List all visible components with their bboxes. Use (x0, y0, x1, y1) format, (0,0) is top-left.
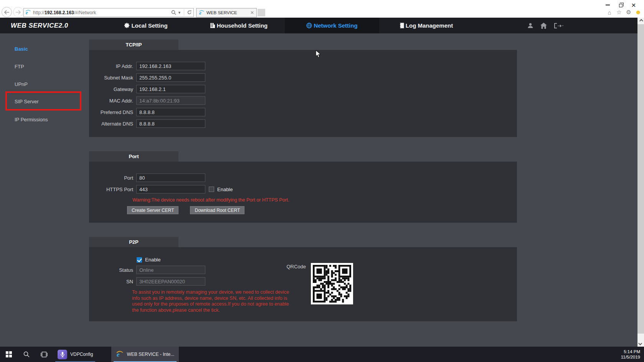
screen: e http://192.168.2.163/#/Network ▼ e WEB… (0, 0, 644, 362)
p2p-enable-checkbox[interactable] (137, 257, 142, 263)
start-button[interactable] (0, 347, 18, 362)
tab-household-setting[interactable]: Household Setting (200, 18, 277, 33)
app-logo: WEB SERVICE2.0 (11, 18, 68, 33)
port-warning-text: Warning:The device needs reboot after mo… (132, 197, 517, 203)
tab-network-setting[interactable]: Network Setting (285, 18, 379, 33)
port-section: Port Port HTTPS Port Enable Warning:The … (89, 151, 517, 223)
url-text: http://192.168.2.163/#/Network (33, 10, 96, 15)
sidebar-item-ip-permissions[interactable]: IP Permissions (15, 116, 48, 123)
window-restore-button[interactable] (614, 1, 627, 9)
search-dropdown-caret[interactable]: ▼ (178, 11, 181, 15)
scroll-up-icon[interactable] (637, 18, 644, 24)
nav-label: Household Setting (217, 22, 268, 29)
field-label: Gateway (89, 86, 133, 92)
window-controls: ✕ (601, 1, 640, 9)
browser-back-button[interactable] (2, 7, 12, 17)
globe-icon (306, 23, 312, 28)
browser-toolbar-icons: ⌂ ☆ ⚙ ☻ (606, 9, 642, 16)
p2p-sn-input (136, 277, 205, 286)
back-arrow-icon (4, 10, 10, 15)
restore-icon (619, 4, 623, 7)
port-section-title: Port (89, 151, 178, 162)
nav-label: Local Setting (131, 22, 167, 29)
form-row: IP Addr. (89, 62, 517, 70)
windows-logo-icon (6, 351, 12, 357)
header-right-icons (527, 18, 563, 33)
tab-log-management[interactable]: Log Management (388, 18, 464, 33)
taskbar-app-webservice[interactable]: e WEB SERVICE - Inte... (111, 347, 179, 362)
taskbar-app-label: VDPConfig (70, 352, 93, 357)
browser-chrome: e http://192.168.2.163/#/Network ▼ e WEB… (0, 0, 644, 18)
p2p-section: P2P Enable Status SN To assist you (89, 237, 517, 321)
scroll-down-icon[interactable] (637, 340, 644, 347)
search-icon (23, 351, 30, 357)
browser-tab[interactable]: e WEB SERVICE ✕ (196, 8, 257, 17)
browser-scrollbar[interactable] (637, 18, 644, 347)
divider (184, 9, 184, 16)
field-label: HTTPS Port (89, 187, 133, 192)
tcpip-section-title: TCP/IP (89, 40, 178, 50)
gear-icon (124, 23, 130, 28)
ie-page-icon: e (25, 10, 31, 15)
browser-forward-button[interactable] (13, 7, 23, 17)
taskbar-app-vdpconfig[interactable]: VDPConfig (53, 347, 97, 362)
refresh-icon[interactable] (187, 10, 192, 15)
https-enable-checkbox[interactable] (209, 187, 214, 192)
download-root-cert-button[interactable]: Download Root CERT (190, 206, 244, 214)
qr-code (311, 263, 353, 304)
field-label: Preferred DNS (89, 109, 133, 115)
port-input[interactable] (136, 174, 205, 182)
gateway-input[interactable] (136, 85, 205, 93)
close-icon: ✕ (631, 2, 636, 8)
tcpip-section: TCP/IP IP Addr. Subnet Mask Gateway MAC … (89, 40, 517, 137)
logout-icon[interactable] (553, 22, 563, 29)
task-view-icon (41, 352, 48, 357)
tab-local-setting[interactable]: Local Setting (107, 18, 184, 33)
tab-title: WEB SERVICE (206, 10, 237, 15)
vdpconfig-icon (58, 350, 67, 359)
mac-addr-input (136, 96, 205, 105)
sidebar-item-ftp[interactable]: FTP (15, 63, 24, 70)
window-close-button[interactable]: ✕ (627, 1, 640, 9)
create-server-cert-button[interactable]: Create Server CERT (127, 206, 178, 214)
user-icon[interactable] (527, 22, 534, 29)
field-label: Alternate DNS (89, 121, 133, 127)
address-bar[interactable]: e http://192.168.2.163/#/Network ▼ (23, 8, 194, 17)
https-port-input[interactable] (136, 185, 205, 193)
https-enable-label: Enable (217, 187, 233, 192)
form-row: Preferred DNS (89, 108, 517, 116)
ip-addr-input[interactable] (136, 62, 205, 70)
form-row: HTTPS Port Enable (89, 185, 517, 193)
internet-explorer-icon: e (116, 350, 124, 358)
sidebar-item-upnp[interactable]: UPnP (15, 80, 28, 88)
field-label: Subnet Mask (89, 75, 133, 81)
tab-close-icon[interactable]: ✕ (250, 10, 254, 15)
p2p-enable-label: Enable (145, 257, 160, 263)
field-label: Status (89, 267, 133, 273)
settings-gear-icon[interactable]: ⚙ (625, 9, 632, 16)
log-icon (399, 23, 404, 28)
forward-arrow-icon (15, 10, 21, 15)
home-icon[interactable]: ⌂ (606, 9, 613, 16)
sidebar-item-basic[interactable]: Basic (15, 45, 28, 53)
network-setting-page: Basic FTP UPnP SIP Server IP Permissions… (0, 33, 637, 347)
alternate-dns-input[interactable] (136, 119, 205, 128)
taskbar-clock[interactable]: 5:14 PM 11/5/2019 (621, 347, 644, 362)
taskbar-search-button[interactable] (18, 347, 35, 362)
window-minimize-button[interactable] (601, 1, 614, 9)
scrollbar-thumb[interactable] (637, 24, 644, 334)
form-row: Port (89, 174, 517, 182)
form-row: MAC Addr. (89, 96, 517, 105)
field-label: Port (89, 175, 133, 181)
home-icon[interactable] (540, 22, 547, 29)
task-view-button[interactable] (35, 347, 53, 362)
new-tab-button[interactable] (258, 9, 265, 17)
subnet-mask-input[interactable] (136, 73, 205, 82)
field-label: IP Addr. (89, 63, 133, 69)
annotation-red-box (5, 91, 81, 111)
preferred-dns-input[interactable] (136, 108, 205, 116)
search-icon[interactable] (171, 10, 176, 15)
taskbar-app-label: WEB SERVICE - Inte... (127, 352, 174, 357)
favorites-star-icon[interactable]: ☆ (616, 9, 623, 16)
feedback-smiley-icon[interactable]: ☻ (635, 9, 642, 16)
